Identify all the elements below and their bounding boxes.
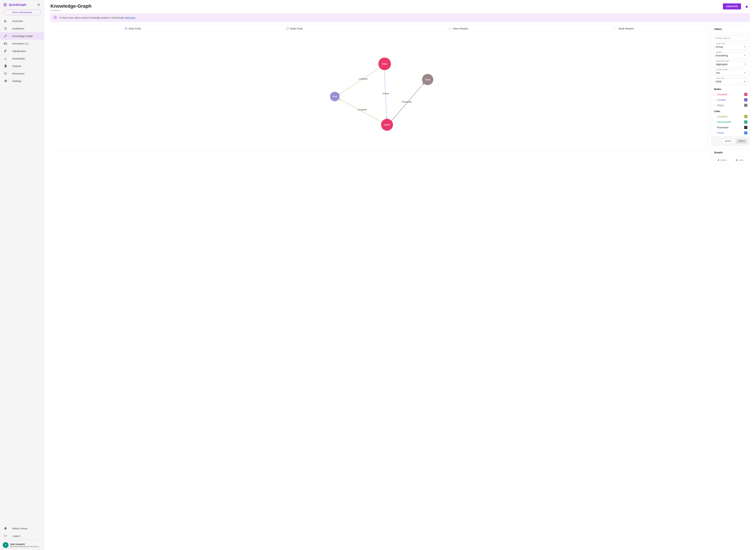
sidebar-collapse-button[interactable] bbox=[37, 3, 41, 7]
node-filter-character[interactable]: › Character ✓ bbox=[714, 93, 747, 96]
sidebar-user[interactable]: t tyler-research tyler.bikaun@research.u… bbox=[0, 541, 44, 550]
details-stats: 4Nodes 4Links bbox=[712, 156, 750, 164]
main: Knowledge-Graph Dashboard ANNOTATE To le… bbox=[44, 0, 756, 550]
sidebar-item-annotators[interactable]: Annotators (1) bbox=[0, 40, 44, 47]
breadcrumb: Dashboard bbox=[50, 9, 91, 12]
svg-rect-4 bbox=[5, 4, 5, 5]
apply-button[interactable]: APPLY bbox=[736, 139, 747, 144]
edge-alice-bank[interactable] bbox=[339, 67, 381, 95]
alert-text: To learn more about project knowledge gr… bbox=[59, 16, 125, 19]
chevron-right-icon: › bbox=[714, 104, 716, 106]
quality-select[interactable]: Quality Everything bbox=[714, 52, 747, 59]
annotate-button[interactable]: ANNOTATE bbox=[723, 3, 741, 9]
checkbox-icon[interactable]: ✓ bbox=[744, 115, 747, 118]
project-pill[interactable]: Alice in Wonderland bbox=[3, 10, 41, 15]
checkbox-icon[interactable]: ✓ bbox=[744, 120, 747, 124]
sidebar-item-label: Overview bbox=[12, 20, 23, 22]
alert-link[interactable]: click here. bbox=[125, 16, 136, 19]
sidebar-item-logout[interactable]: Logout bbox=[0, 532, 44, 540]
filters-title: Filters bbox=[712, 25, 750, 33]
node-book[interactable]: book bbox=[422, 74, 433, 85]
node-limit-input[interactable]: Node Limit 5000 ▲▼ bbox=[714, 78, 747, 85]
entity-search-input[interactable] bbox=[714, 35, 747, 41]
edge-label-alice-sister: Knows bbox=[383, 92, 389, 95]
document-icon bbox=[3, 64, 7, 68]
checkbox-icon[interactable]: ✓ bbox=[744, 93, 747, 96]
svg-point-13 bbox=[4, 73, 5, 74]
sidebar-item-adjudication[interactable]: Adjudication bbox=[0, 47, 44, 55]
svg-rect-1 bbox=[5, 3, 5, 4]
sidebar-item-settings[interactable]: Settings bbox=[0, 77, 44, 85]
reset-button[interactable]: RESET bbox=[722, 139, 734, 144]
checkbox-icon[interactable]: ✓ bbox=[744, 98, 747, 101]
notifications-button[interactable] bbox=[743, 3, 750, 10]
svg-point-18 bbox=[6, 72, 7, 73]
sidebar-item-downloads[interactable]: Downloads bbox=[0, 55, 44, 62]
chevron-right-icon: › bbox=[714, 93, 716, 96]
svg-point-14 bbox=[6, 73, 7, 74]
user-name: tyler-research bbox=[10, 543, 39, 545]
checkbox-icon[interactable]: ✓ bbox=[744, 104, 747, 107]
checkbox-icon[interactable]: ✓ bbox=[744, 126, 747, 129]
sidebar-item-overview[interactable]: Overview bbox=[0, 17, 44, 25]
edge-label-sister-book: Possesses bbox=[402, 101, 412, 103]
sidebar-header: QuickGraph bbox=[0, 0, 44, 8]
filters-panel: Filters Graph Type Group Quality Everyth… bbox=[711, 25, 750, 164]
svg-point-10 bbox=[6, 35, 7, 36]
svg-rect-5 bbox=[6, 4, 6, 5]
people-icon bbox=[3, 41, 7, 45]
brand-title: QuickGraph bbox=[9, 3, 37, 7]
legend-weak-relation: Weak Relation bbox=[613, 27, 634, 30]
svg-rect-0 bbox=[4, 3, 4, 4]
graph-type-select[interactable]: Graph Type Group bbox=[714, 44, 747, 50]
bar-chart-icon bbox=[3, 19, 7, 23]
page-title: Knowledge-Graph bbox=[50, 3, 91, 9]
svg-point-17 bbox=[4, 72, 5, 73]
link-filter-knows[interactable]: Knows ✓ bbox=[714, 131, 747, 134]
sidebar-item-label: Annotators (1) bbox=[12, 42, 28, 45]
sidebar-item-label: Adjudication bbox=[12, 50, 26, 52]
nodes-heading: Nodes bbox=[714, 88, 747, 90]
svg-text:Alice: Alice bbox=[382, 62, 387, 65]
sidebar-item-label: Guidelines bbox=[12, 27, 24, 30]
svg-rect-2 bbox=[6, 3, 6, 4]
info-icon bbox=[54, 16, 57, 20]
sidebar-item-label: Dataset bbox=[12, 65, 21, 67]
graph-legend: Silver Entity Weak Entity Silver Relatio… bbox=[50, 25, 708, 32]
svg-point-15 bbox=[5, 72, 6, 73]
node-alice[interactable]: Alice bbox=[378, 58, 391, 70]
link-filter-interactswith[interactable]: InteractsWith ✓ bbox=[714, 120, 747, 124]
svg-rect-23 bbox=[55, 17, 55, 18]
node-filter-object[interactable]: › Object ✓ bbox=[714, 104, 747, 107]
sidebar-item-knowledge-graph[interactable]: Knowledge Graph bbox=[0, 32, 44, 40]
svg-rect-7 bbox=[5, 5, 5, 6]
logout-icon bbox=[3, 534, 7, 538]
logo-icon bbox=[3, 3, 7, 6]
sidebar-item-dataset[interactable]: Dataset bbox=[0, 62, 44, 70]
sidebar-item-resources[interactable]: Resources bbox=[0, 70, 44, 77]
sidebar-item-guidelines[interactable]: Guidelines bbox=[0, 25, 44, 32]
svg-point-22 bbox=[55, 17, 55, 17]
link-filter-locatedin[interactable]: LocatedIn ✓ bbox=[714, 115, 747, 118]
chevron-down-icon bbox=[744, 55, 745, 56]
svg-point-20 bbox=[6, 74, 7, 75]
sidebar-item-label: Resources bbox=[12, 72, 25, 75]
collapse-icon bbox=[37, 3, 40, 6]
legend-silver-relation: Silver Relation bbox=[448, 27, 468, 30]
checkbox-icon[interactable]: ✓ bbox=[744, 131, 747, 134]
hub-icon bbox=[3, 71, 7, 75]
svg-text:bank: bank bbox=[332, 95, 337, 98]
sidebar-item-return-home[interactable]: Return Home bbox=[0, 525, 44, 532]
aggregate-select[interactable]: Aggregate Graph Aggregate bbox=[714, 61, 747, 67]
avatar: t bbox=[3, 542, 9, 548]
graph-canvas[interactable]: LocatedIn Knows LocatedIn Possesses Alic… bbox=[50, 32, 708, 151]
chevron-down-icon bbox=[744, 46, 745, 47]
links-heading: Links bbox=[714, 110, 747, 113]
link-filter-possesses[interactable]: Possesses ✓ bbox=[714, 126, 747, 129]
chevron-right-icon: › bbox=[714, 99, 716, 101]
legend-silver-entity: Silver Entity bbox=[125, 27, 141, 30]
node-filter-location[interactable]: › Location ✓ bbox=[714, 98, 747, 101]
orphans-select[interactable]: Include Orphans Yes bbox=[714, 70, 747, 76]
node-bank[interactable]: bank bbox=[330, 92, 340, 101]
node-sister[interactable]: sister bbox=[381, 119, 393, 131]
